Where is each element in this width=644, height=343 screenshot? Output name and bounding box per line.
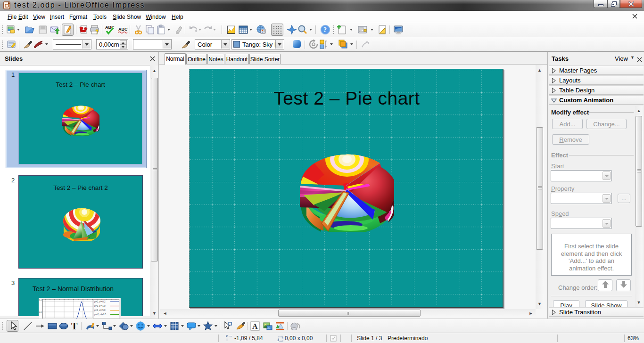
svg-text:T: T (71, 321, 78, 331)
svg-text:ABC: ABC (118, 27, 128, 32)
svg-text:A: A (252, 322, 258, 330)
svg-text:?: ? (323, 26, 327, 33)
